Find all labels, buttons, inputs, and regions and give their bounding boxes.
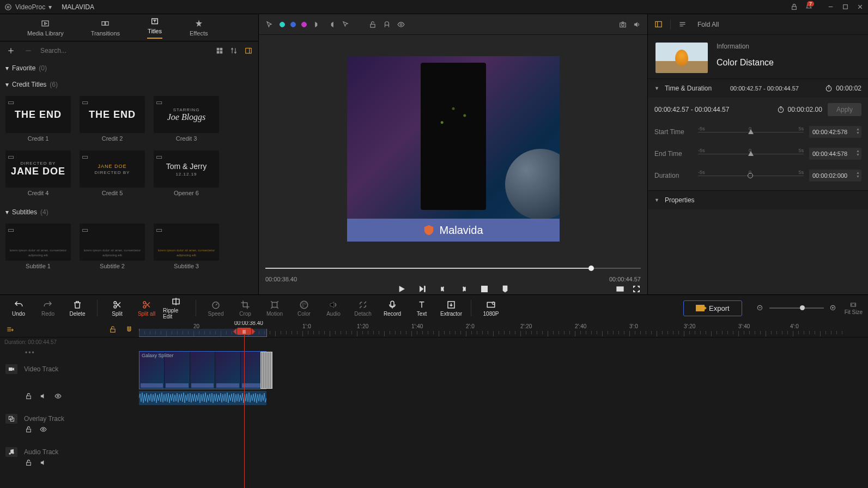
seek-bar[interactable] <box>265 263 641 274</box>
action-delete[interactable]: Delete <box>64 300 90 317</box>
action-split[interactable]: Split <box>104 300 130 317</box>
tab-titles[interactable]: Titles <box>147 17 162 39</box>
notification-bell[interactable]: 7 <box>805 3 820 10</box>
svg-rect-5 <box>843 5 848 9</box>
playhead[interactable]: ||| <box>237 328 251 335</box>
action-crop: Crop <box>232 300 258 317</box>
panel-time-duration[interactable]: ▼ Time & Duration 00:00:42.57 - 00:00:44… <box>648 79 868 98</box>
duration-slider[interactable]: -5s 0 5s <box>698 170 804 182</box>
subtitle-preset[interactable]: ▭lorem ipsum dolor sit amet, consectetur… <box>154 224 219 269</box>
compare-icon[interactable] <box>616 285 624 293</box>
eye-icon[interactable] <box>40 426 47 433</box>
fullscreen-icon[interactable] <box>632 285 641 293</box>
action-record[interactable]: Record <box>379 300 405 317</box>
title-preset[interactable]: ▭Tom & Jerry12.12.19Opener 6 <box>154 150 219 196</box>
cat-favorite[interactable]: ▾Favorite(0) <box>0 60 258 76</box>
select-tool-icon[interactable] <box>342 21 349 28</box>
svg-point-59 <box>300 301 308 309</box>
action-text[interactable]: Text <box>409 300 435 317</box>
grid-view-icon[interactable] <box>216 47 223 55</box>
subtitle-preset[interactable]: ▭lorem ipsum dolor sit amet, consectetur… <box>80 224 145 269</box>
title-preset[interactable]: ▭THE ENDCredit 1 <box>5 96 71 142</box>
add-button[interactable] <box>5 45 16 56</box>
duration-value[interactable]: 00:00:02:000▲▼ <box>809 170 861 182</box>
start-time-slider[interactable]: -5s 0 5s <box>698 126 804 138</box>
tab-effects[interactable]: Effects <box>190 19 208 37</box>
app-menu[interactable]: VideoProc ▾ <box>4 3 52 11</box>
svg-marker-9 <box>45 22 47 25</box>
title-preset[interactable]: ▭STARRINGJoe BloggsCredit 3 <box>154 96 219 142</box>
search-input[interactable] <box>40 47 209 55</box>
project-save[interactable]: MALAVIDA <box>58 3 94 11</box>
panel-toggle-icon[interactable] <box>244 47 253 55</box>
action-split-all[interactable]: Split all <box>133 300 160 317</box>
mute-icon[interactable] <box>40 459 47 466</box>
track-menu[interactable]: ••• <box>0 347 139 359</box>
action-1080p[interactable]: 1080P <box>478 300 504 317</box>
action-extractor[interactable]: Extractor <box>438 300 464 317</box>
mute-icon[interactable] <box>40 393 47 400</box>
audio-waveform[interactable] <box>139 391 266 405</box>
step-fwd-icon[interactable] <box>418 285 427 293</box>
maximize-icon[interactable] <box>842 3 849 10</box>
preview-canvas[interactable]: Malavida <box>347 56 560 242</box>
sort-icon[interactable] <box>230 47 238 55</box>
svg-point-62 <box>302 305 304 306</box>
mark-out-icon[interactable] <box>327 21 335 28</box>
marker-cyan[interactable] <box>280 22 285 27</box>
zoom-in-icon[interactable] <box>829 304 837 312</box>
mark-in-icon[interactable] <box>313 21 321 28</box>
snapshot-icon[interactable] <box>619 21 627 28</box>
prev-frame-icon[interactable] <box>439 285 447 293</box>
svg-rect-81 <box>9 367 13 371</box>
eye-icon[interactable] <box>54 393 62 400</box>
next-frame-icon[interactable] <box>459 285 468 293</box>
zoom-slider[interactable] <box>769 308 824 309</box>
lock-icon[interactable] <box>25 393 32 400</box>
title-preset[interactable]: ▭DIRECTED BYJANE DOECredit 4 <box>5 150 71 196</box>
eye-icon[interactable] <box>397 21 405 28</box>
lock-icon[interactable] <box>25 459 32 466</box>
end-time-slider[interactable]: -5s 0 5s <box>698 148 804 160</box>
marker-add-icon[interactable] <box>501 285 509 293</box>
fold-icon[interactable] <box>678 20 687 28</box>
svg-rect-3 <box>792 7 797 9</box>
magnet-icon[interactable] <box>125 326 133 333</box>
track-add-icon[interactable] <box>5 326 14 333</box>
end-time-value[interactable]: 00:00:44:578▲▼ <box>809 148 861 160</box>
cat-credit-titles[interactable]: ▾Credit Titles(6) <box>0 76 258 93</box>
track-lock-icon[interactable] <box>108 326 117 333</box>
transition-handle[interactable] <box>260 352 272 389</box>
action-undo[interactable]: Undo <box>5 300 32 317</box>
apply-button[interactable]: Apply <box>828 103 861 116</box>
minimize-icon[interactable] <box>827 3 834 10</box>
timeline-canvas[interactable]: 201':01':201':402':02':202':403':03':203… <box>139 321 868 488</box>
zoom-out-icon[interactable] <box>756 304 764 312</box>
cursor-icon[interactable] <box>265 21 273 28</box>
title-preset[interactable]: ▭JANE DOEDIRECTED BYCredit 5 <box>80 150 145 196</box>
subtitle-preset[interactable]: ▭lorem ipsum dolor sit amet, consectetur… <box>5 224 71 269</box>
tab-transitions[interactable]: Transitions <box>91 19 120 37</box>
snap-icon[interactable] <box>383 21 391 28</box>
lock-icon[interactable] <box>25 426 32 433</box>
crop-preview-icon[interactable] <box>480 285 489 293</box>
tab-media-library[interactable]: Media Library <box>27 19 64 37</box>
play-icon[interactable] <box>397 285 406 293</box>
lock-icon[interactable] <box>791 3 798 10</box>
title-preset[interactable]: ▭THE ENDCredit 2 <box>80 96 145 142</box>
marker-blue[interactable] <box>290 22 296 27</box>
unlock-icon[interactable] <box>369 21 377 28</box>
marker-magenta[interactable] <box>301 22 307 27</box>
video-track-icon <box>5 364 17 374</box>
fold-all-button[interactable]: Fold All <box>697 21 719 28</box>
start-time-value[interactable]: 00:00:42:578▲▼ <box>809 126 861 138</box>
fit-size-button[interactable]: Fit Size <box>845 302 863 315</box>
panel-properties[interactable]: ▼ Properties <box>648 190 868 209</box>
video-clip[interactable]: Galaxy Splitter <box>139 351 266 389</box>
close-icon[interactable] <box>857 3 864 10</box>
inspector-toggle-icon[interactable] <box>654 20 663 28</box>
action-ripple-edit[interactable]: Ripple Edit <box>163 297 189 320</box>
export-button[interactable]: Export <box>683 300 742 316</box>
volume-icon[interactable] <box>633 21 641 28</box>
cat-subtitles[interactable]: ▾Subtitles(4) <box>0 204 258 220</box>
